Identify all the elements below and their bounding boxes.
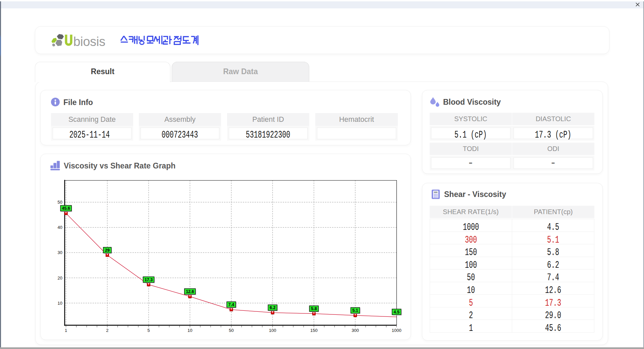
svg-text:50: 50 bbox=[229, 328, 233, 333]
svg-text:biosis: biosis bbox=[73, 35, 105, 48]
svg-text:6.2: 6.2 bbox=[270, 305, 275, 310]
svg-text:7.4: 7.4 bbox=[228, 302, 234, 307]
svg-text:10: 10 bbox=[58, 301, 62, 306]
svg-text:5: 5 bbox=[147, 328, 150, 333]
svg-text:29: 29 bbox=[105, 248, 110, 253]
svg-text:12.6: 12.6 bbox=[186, 289, 194, 294]
svg-text:300: 300 bbox=[352, 328, 359, 333]
svg-text:30: 30 bbox=[58, 250, 62, 255]
svg-text:2: 2 bbox=[106, 328, 108, 333]
svg-text:100: 100 bbox=[269, 328, 276, 333]
svg-text:1000: 1000 bbox=[392, 328, 401, 333]
svg-text:4.5: 4.5 bbox=[394, 310, 399, 314]
svg-text:1: 1 bbox=[65, 328, 67, 333]
svg-text:150: 150 bbox=[310, 328, 318, 333]
svg-text:50: 50 bbox=[58, 200, 62, 205]
svg-text:45.6: 45.6 bbox=[62, 206, 70, 211]
svg-text:5.1: 5.1 bbox=[352, 308, 358, 313]
svg-text:20: 20 bbox=[58, 276, 62, 281]
svg-text:10: 10 bbox=[187, 328, 192, 333]
svg-text:40: 40 bbox=[58, 225, 62, 230]
svg-text:5.8: 5.8 bbox=[311, 306, 317, 311]
svg-text:17.3: 17.3 bbox=[145, 278, 153, 282]
